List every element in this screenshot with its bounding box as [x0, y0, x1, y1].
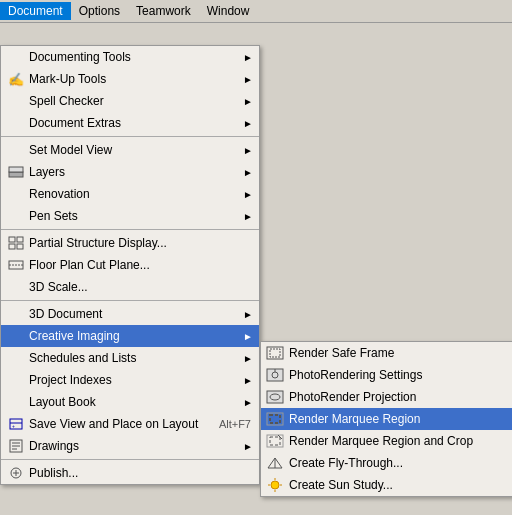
- menu-window[interactable]: Window: [199, 2, 258, 20]
- arrow-icon: ►: [243, 118, 253, 129]
- render-safe-frame-label: Render Safe Frame: [289, 346, 394, 360]
- render-marquee-crop-label: Render Marquee Region and Crop: [289, 434, 473, 448]
- separator-2: [1, 229, 259, 230]
- menu-item-document-extras[interactable]: Document Extras ►: [1, 112, 259, 134]
- partial-structure-icon: [7, 234, 25, 252]
- sub-item-sun-study[interactable]: Create Sun Study...: [261, 474, 512, 496]
- publish-icon: [7, 464, 25, 482]
- separator-4: [1, 459, 259, 460]
- svg-rect-28: [270, 437, 280, 445]
- render-marquee-label: Render Marquee Region: [289, 412, 420, 426]
- photorender-projection-icon: [265, 388, 285, 406]
- menu-bar: Document Options Teamwork Window: [0, 0, 512, 23]
- arrow-icon: ►: [243, 375, 253, 386]
- markup-tools-label: Mark-Up Tools: [29, 72, 106, 86]
- arrow-icon: ►: [243, 441, 253, 452]
- set-model-view-label: Set Model View: [29, 143, 112, 157]
- arrow-icon: ►: [243, 167, 253, 178]
- arrow-icon: ►: [243, 397, 253, 408]
- fly-through-label: Create Fly-Through...: [289, 456, 403, 470]
- sub-item-photorender-projection[interactable]: PhotoRender Projection: [261, 386, 512, 408]
- menu-item-partial-structure[interactable]: Partial Structure Display...: [1, 232, 259, 254]
- menu-item-publish[interactable]: Publish...: [1, 462, 259, 484]
- menu-item-renovation[interactable]: Renovation ►: [1, 183, 259, 205]
- menu-item-layers[interactable]: Layers ►: [1, 161, 259, 183]
- spell-checker-label: Spell Checker: [29, 94, 104, 108]
- markup-icon: ✍: [7, 70, 25, 88]
- arrow-icon: ►: [243, 331, 253, 342]
- sub-item-fly-through[interactable]: Create Fly-Through...: [261, 452, 512, 474]
- render-marquee-crop-icon: [265, 432, 285, 450]
- menu-item-layout-book[interactable]: Layout Book ►: [1, 391, 259, 413]
- document-menu: Documenting Tools ► ✍ Mark-Up Tools ► Sp…: [0, 45, 260, 485]
- layers-label: Layers: [29, 165, 65, 179]
- menu-options[interactable]: Options: [71, 2, 128, 20]
- menu-item-save-view[interactable]: + Save View and Place on Layout Alt+F7: [1, 413, 259, 435]
- menu-teamwork[interactable]: Teamwork: [128, 2, 199, 20]
- separator-1: [1, 136, 259, 137]
- project-indexes-label: Project Indexes: [29, 373, 112, 387]
- menu-item-creative-imaging[interactable]: Creative Imaging ►: [1, 325, 259, 347]
- menu-item-3d-scale[interactable]: 3D Scale...: [1, 276, 259, 298]
- menu-item-markup-tools[interactable]: ✍ Mark-Up Tools ►: [1, 68, 259, 90]
- menu-item-3d-document[interactable]: 3D Document ►: [1, 303, 259, 325]
- publish-label: Publish...: [29, 466, 78, 480]
- menu-item-documenting-tools[interactable]: Documenting Tools ►: [1, 46, 259, 68]
- svg-rect-4: [9, 244, 15, 249]
- floor-plan-label: Floor Plan Cut Plane...: [29, 258, 150, 272]
- render-marquee-icon: [265, 410, 285, 428]
- creative-imaging-label: Creative Imaging: [29, 329, 120, 343]
- svg-point-32: [271, 481, 279, 489]
- photorendering-settings-icon: [265, 366, 285, 384]
- sun-study-label: Create Sun Study...: [289, 478, 393, 492]
- arrow-icon: ►: [243, 74, 253, 85]
- layers-icon: [7, 163, 25, 181]
- save-view-icon: +: [7, 415, 25, 433]
- menu-item-spell-checker[interactable]: Spell Checker ►: [1, 90, 259, 112]
- menu-item-floor-plan[interactable]: Floor Plan Cut Plane...: [1, 254, 259, 276]
- documenting-tools-label: Documenting Tools: [29, 50, 131, 64]
- svg-rect-26: [270, 415, 280, 423]
- arrow-icon: ►: [243, 189, 253, 200]
- svg-rect-3: [17, 237, 23, 242]
- svg-rect-1: [9, 167, 23, 172]
- arrow-icon: ►: [243, 309, 253, 320]
- photorender-projection-label: PhotoRender Projection: [289, 390, 416, 404]
- arrow-icon: ►: [243, 96, 253, 107]
- sub-item-photorendering-settings[interactable]: PhotoRendering Settings: [261, 364, 512, 386]
- fly-through-icon: [265, 454, 285, 472]
- separator-3: [1, 300, 259, 301]
- 3d-scale-label: 3D Scale...: [29, 280, 88, 294]
- menu-item-drawings[interactable]: Drawings ►: [1, 435, 259, 457]
- photorendering-settings-label: PhotoRendering Settings: [289, 368, 422, 382]
- arrow-icon: ►: [243, 353, 253, 364]
- sun-study-icon: [265, 476, 285, 494]
- save-view-label: Save View and Place on Layout: [29, 417, 198, 431]
- svg-rect-2: [9, 237, 15, 242]
- sub-item-render-safe-frame[interactable]: Render Safe Frame: [261, 342, 512, 364]
- drawings-label: Drawings: [29, 439, 79, 453]
- sub-item-render-marquee-crop[interactable]: Render Marquee Region and Crop: [261, 430, 512, 452]
- menu-item-set-model-view[interactable]: Set Model View ►: [1, 139, 259, 161]
- menu-item-schedules-lists[interactable]: Schedules and Lists ►: [1, 347, 259, 369]
- svg-rect-23: [267, 391, 283, 403]
- menu-document[interactable]: Document: [0, 2, 71, 20]
- svg-rect-19: [270, 349, 280, 357]
- menu-item-pen-sets[interactable]: Pen Sets ►: [1, 205, 259, 227]
- sub-item-render-marquee[interactable]: Render Marquee Region ↖: [261, 408, 512, 430]
- drawings-icon: [7, 437, 25, 455]
- app-window: Document Options Teamwork Window Documen…: [0, 0, 512, 23]
- schedules-lists-label: Schedules and Lists: [29, 351, 136, 365]
- 3d-document-label: 3D Document: [29, 307, 102, 321]
- save-view-shortcut: Alt+F7: [199, 418, 251, 430]
- svg-rect-0: [9, 172, 23, 177]
- render-safe-frame-icon: [265, 344, 285, 362]
- menu-item-project-indexes[interactable]: Project Indexes ►: [1, 369, 259, 391]
- arrow-icon: ►: [243, 52, 253, 63]
- layout-book-label: Layout Book: [29, 395, 96, 409]
- arrow-icon: ►: [243, 145, 253, 156]
- svg-rect-5: [17, 244, 23, 249]
- partial-structure-label: Partial Structure Display...: [29, 236, 167, 250]
- document-extras-label: Document Extras: [29, 116, 121, 130]
- renovation-label: Renovation: [29, 187, 90, 201]
